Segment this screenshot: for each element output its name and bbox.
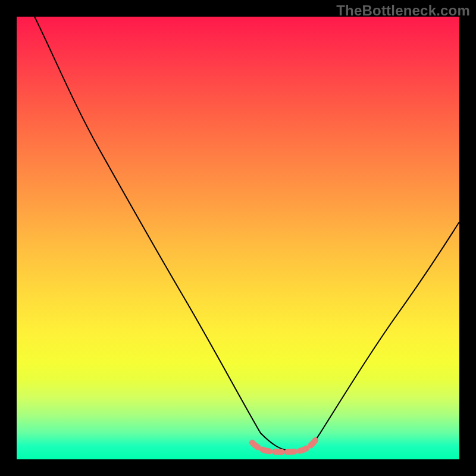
bottleneck-chart	[17, 17, 459, 459]
flat-bottom-dash	[252, 440, 315, 452]
chart-plot-area	[17, 17, 459, 459]
watermark-text: TheBottleneck.com	[336, 2, 470, 19]
bottleneck-curve	[35, 17, 459, 451]
